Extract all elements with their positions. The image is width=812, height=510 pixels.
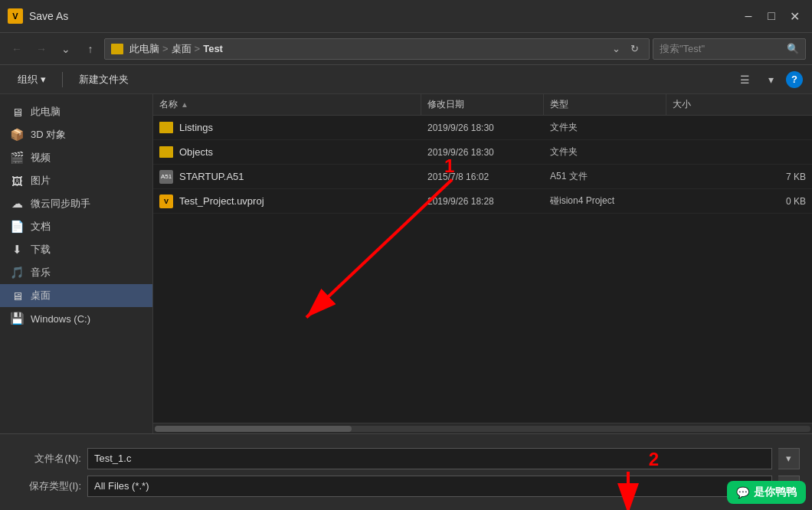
sidebar-item-desktop[interactable]: 🖥 桌面 [0,284,152,307]
toolbar: 组织 ▾ 新建文件夹 ☰ ▾ ? [0,65,812,94]
minimize-button[interactable]: – [738,6,758,26]
file-date-listings: 2019/9/26 18:30 [421,123,544,133]
file-name-project: V Test_Project.uvproj [153,189,421,213]
sidebar-item-pictures[interactable]: 🖼 图片 [0,169,152,192]
breadcrumb-sep-1: > [162,43,169,54]
col-size-header[interactable]: 大小 [666,94,812,115]
filename-input[interactable] [87,448,772,469]
a51-file-icon: A51 [159,170,173,184]
title-bar: V Save As – □ ✕ [0,0,812,33]
sidebar-item-windows-c[interactable]: 💾 Windows (C:) [0,307,152,330]
back-button[interactable]: ← [6,38,28,60]
pictures-icon: 🖼 [9,173,25,188]
horizontal-scrollbar[interactable] [153,423,812,433]
filename-row: 文件名(N): ▾ [12,448,800,469]
bottom-area: 文件名(N): ▾ 保存类型(I): ▾ [0,433,812,510]
file-size-project: 0 KB [666,196,812,207]
sidebar-label-downloads: 下载 [31,243,51,257]
wechat-text: 是你鸭鸭 [754,485,797,499]
this-pc-icon: 🖥 [9,104,25,119]
sidebar-label-pictures: 图片 [31,174,51,188]
file-date-startup: 2015/7/8 16:02 [421,172,544,182]
address-bar[interactable]: 此电脑 > 桌面 > Test ⌄ ↻ [104,38,650,60]
sidebar-item-weiyun[interactable]: ☁ 微云同步助手 [0,192,152,215]
window-title: Save As [29,10,738,22]
table-row[interactable]: Listings 2019/9/26 18:30 文件夹 [153,116,812,140]
hscroll-track [155,426,810,432]
breadcrumb-this-pc[interactable]: 此电脑 [129,42,159,56]
file-type-listings: 文件夹 [544,121,666,134]
nav-bar: ← → ⌄ ↑ 此电脑 > 桌面 > Test ⌄ ↻ 搜索"Test" 🔍 [0,33,812,65]
col-name-header[interactable]: 名称 ▲ [153,94,421,115]
sidebar-label-windows-c: Windows (C:) [31,313,90,325]
3d-objects-icon: 📦 [9,127,25,142]
sidebar: 🖥 此电脑 📦 3D 对象 🎬 视频 🖼 图片 ☁ 微云同步助手 📄 文档 ⬇ … [0,94,153,433]
recent-button[interactable]: ⌄ [55,38,77,60]
file-type-objects: 文件夹 [544,145,666,159]
file-list: Listings 2019/9/26 18:30 文件夹 Objects 201… [153,116,812,423]
filetype-input[interactable] [87,476,772,497]
app-icon: V [8,8,23,24]
documents-icon: 📄 [9,219,25,234]
file-date-objects: 2019/9/26 18:30 [421,147,544,158]
up-button[interactable]: ↑ [80,38,101,60]
file-area: 名称 ▲ 修改日期 类型 大小 Listings 2019/9/26 18:30 [153,94,812,433]
file-list-header: 名称 ▲ 修改日期 类型 大小 [153,94,812,116]
forward-button[interactable]: → [31,38,52,60]
file-name-objects: Objects [153,140,421,164]
file-name-listings: Listings [153,116,421,139]
file-type-project: 碰ision4 Project [544,195,666,208]
col-type-header[interactable]: 类型 [544,94,666,115]
view-list-button[interactable]: ☰ [734,70,755,90]
organize-button[interactable]: 组织 ▾ [9,70,54,90]
breadcrumb: 此电脑 > 桌面 > Test [129,42,606,56]
sidebar-item-video[interactable]: 🎬 视频 [0,146,152,169]
sidebar-item-music[interactable]: 🎵 音乐 [0,261,152,284]
weiyun-icon: ☁ [9,196,25,211]
file-type-startup: A51 文件 [544,170,666,183]
file-date-project: 2019/9/26 18:28 [421,196,544,207]
sidebar-item-documents[interactable]: 📄 文档 [0,215,152,238]
search-placeholder: 搜索"Test" [660,42,784,56]
folder-icon [159,122,173,133]
help-button[interactable]: ? [786,71,803,88]
file-name-startup: A51 STARTUP.A51 [153,165,421,188]
downloads-icon: ⬇ [9,242,25,257]
close-button[interactable]: ✕ [784,6,804,26]
folder-icon [111,44,123,54]
filename-label: 文件名(N): [12,452,81,466]
sidebar-item-downloads[interactable]: ⬇ 下载 [0,238,152,261]
sidebar-item-this-pc[interactable]: 🖥 此电脑 [0,100,152,123]
window-controls: – □ ✕ [738,6,804,26]
sidebar-label-desktop: 桌面 [31,289,51,302]
filename-dropdown-button[interactable]: ▾ [778,448,800,469]
table-row[interactable]: A51 STARTUP.A51 2015/7/8 16:02 A51 文件 7 … [153,165,812,189]
col-date-header[interactable]: 修改日期 [421,94,544,115]
filetype-row: 保存类型(I): ▾ [12,476,800,497]
new-folder-button[interactable]: 新建文件夹 [70,70,137,90]
search-icon: 🔍 [787,43,799,54]
sidebar-label-video: 视频 [31,151,51,165]
sidebar-label-3d-objects: 3D 对象 [31,128,66,142]
filetype-label: 保存类型(I): [12,479,81,493]
wechat-icon: 💬 [736,486,749,499]
hscroll-thumb [155,426,352,432]
breadcrumb-desktop[interactable]: 桌面 [172,42,192,56]
table-row[interactable]: Objects 2019/9/26 18:30 文件夹 [153,140,812,165]
sort-arrow-icon: ▲ [181,100,188,109]
sidebar-item-3d-objects[interactable]: 📦 3D 对象 [0,123,152,146]
table-row[interactable]: V Test_Project.uvproj 2019/9/26 18:28 碰i… [153,189,812,214]
sidebar-label-music: 音乐 [31,266,51,280]
breadcrumb-test[interactable]: Test [203,43,223,54]
search-bar[interactable]: 搜索"Test" 🔍 [653,38,806,60]
maximize-button[interactable]: □ [761,6,781,26]
wechat-badge: 💬 是你鸭鸭 [727,481,806,504]
address-refresh-button[interactable]: ↻ [626,41,643,57]
address-dropdown-button[interactable]: ⌄ [609,38,623,60]
view-dropdown-button[interactable]: ▾ [760,70,781,90]
organize-chevron-icon: ▾ [41,74,46,85]
music-icon: 🎵 [9,265,25,280]
video-icon: 🎬 [9,150,25,165]
folder-icon [159,146,173,158]
sidebar-label-this-pc: 此电脑 [31,105,61,119]
